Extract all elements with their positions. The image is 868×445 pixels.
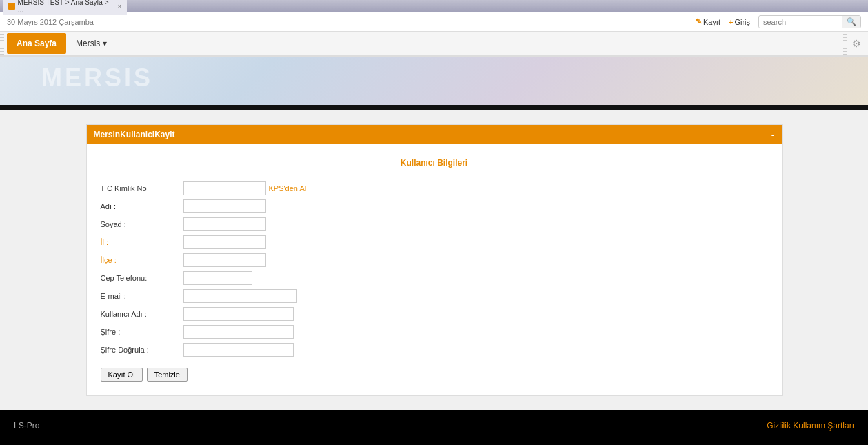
search-box: 🔍 [758, 15, 861, 28]
footer: LS-Pro Gizlilik Kullanım Şartları [0, 410, 868, 445]
form-row-password-confirm: Şifre Doğrula : [101, 343, 768, 357]
tab-favicon [8, 3, 15, 10]
nav-lines-right [843, 32, 847, 55]
kayit-ol-button[interactable]: Kayıt Ol [101, 368, 143, 382]
label-username: Kullanıcı Adı : [101, 310, 183, 318]
form-row-email: E-mail : [101, 289, 768, 303]
nav-mersis-label: Mersis [76, 39, 100, 48]
nav-bar: Ana Sayfa Mersis ▾ ⚙ [0, 32, 868, 57]
label-password: Şifre : [101, 328, 183, 336]
banner-text: MERSIS [41, 63, 153, 92]
footer-brand: LS-Pro [14, 421, 39, 431]
form-row-adi: Adı : [101, 199, 768, 213]
input-tc[interactable] [183, 181, 266, 195]
form-row-password: Şifre : [101, 325, 768, 339]
tab-label: MERSIS TEST > Ana Sayfa > ... [18, 0, 112, 14]
label-email: E-mail : [101, 292, 183, 300]
browser-tab[interactable]: MERSIS TEST > Ana Sayfa > ... × [3, 0, 127, 15]
footer-gizlilik-link[interactable]: Gizlilik [767, 421, 791, 431]
form-row-phone: Cep Telefonu: [101, 271, 768, 285]
top-bar: 30 Mayıs 2012 Çarşamba ✎ Kayıt + Giriş 🔍 [0, 12, 868, 32]
input-soyad[interactable] [183, 217, 266, 231]
giris-link[interactable]: + Giriş [729, 18, 750, 26]
input-il[interactable] [183, 235, 266, 249]
temizle-button[interactable]: Temizle [147, 368, 188, 382]
input-email[interactable] [183, 289, 297, 303]
label-phone: Cep Telefonu: [101, 274, 183, 282]
banner-area: MERSIS [0, 57, 868, 105]
label-ilce: İlçe : [101, 256, 183, 264]
label-soyad: Soyad : [101, 220, 183, 228]
dropdown-icon: ▾ [103, 39, 107, 48]
dark-separator [0, 105, 868, 110]
form-panel: MersinKullaniciKayit - Kullanıcı Bilgile… [86, 124, 783, 396]
form-row-ilce: İlçe : [101, 253, 768, 267]
form-row-tc: T C Kimlik No KPS'den Al [101, 181, 768, 195]
input-password[interactable] [183, 325, 294, 339]
gear-icon[interactable]: ⚙ [852, 38, 861, 49]
input-adi[interactable] [183, 199, 266, 213]
kayit-link[interactable]: ✎ Kayıt [696, 17, 720, 26]
nav-mersis[interactable]: Mersis ▾ [66, 33, 117, 54]
tab-close-button[interactable]: × [118, 3, 121, 10]
giris-icon: + [729, 18, 733, 26]
kayit-icon: ✎ [696, 17, 702, 26]
kayit-label: Kayıt [703, 18, 720, 26]
giris-label: Giriş [734, 18, 750, 26]
browser-chrome: MERSIS TEST > Ana Sayfa > ... × [0, 0, 868, 12]
form-row-il: İl : [101, 235, 768, 249]
date-display: 30 Mayıs 2012 Çarşamba [7, 18, 94, 26]
nav-home[interactable]: Ana Sayfa [7, 33, 66, 54]
form-row-soyad: Soyad : [101, 217, 768, 231]
label-password-confirm: Şifre Doğrula : [101, 346, 183, 354]
kps-button[interactable]: KPS'den Al [269, 184, 307, 192]
label-adi: Adı : [101, 202, 183, 210]
search-input[interactable] [759, 17, 842, 28]
section-title: Kullanıcı Bilgileri [101, 158, 768, 168]
form-row-username: Kullanıcı Adı : [101, 307, 768, 321]
input-username[interactable] [183, 307, 294, 321]
form-panel-header: MersinKullaniciKayit - [87, 125, 782, 144]
form-panel-body: Kullanıcı Bilgileri T C Kimlik No KPS'de… [87, 144, 782, 395]
input-phone[interactable] [183, 271, 252, 285]
panel-title: MersinKullaniciKayit [94, 130, 175, 139]
search-button[interactable]: 🔍 [842, 16, 860, 28]
footer-links: Gizlilik Kullanım Şartları [767, 421, 854, 431]
button-row: Kayıt Ol Temizle [101, 368, 768, 382]
tc-row: KPS'den Al [183, 181, 307, 195]
input-password-confirm[interactable] [183, 343, 294, 357]
collapse-button[interactable]: - [771, 129, 775, 140]
label-tc: T C Kimlik No [101, 184, 183, 192]
input-ilce[interactable] [183, 253, 266, 267]
label-il: İl : [101, 238, 183, 246]
main-content: MersinKullaniciKayit - Kullanıcı Bilgile… [0, 110, 868, 410]
nav-home-label: Ana Sayfa [17, 39, 57, 48]
footer-kullanim-link[interactable]: Kullanım Şartları [793, 421, 854, 431]
nav-lines-left [0, 32, 4, 55]
